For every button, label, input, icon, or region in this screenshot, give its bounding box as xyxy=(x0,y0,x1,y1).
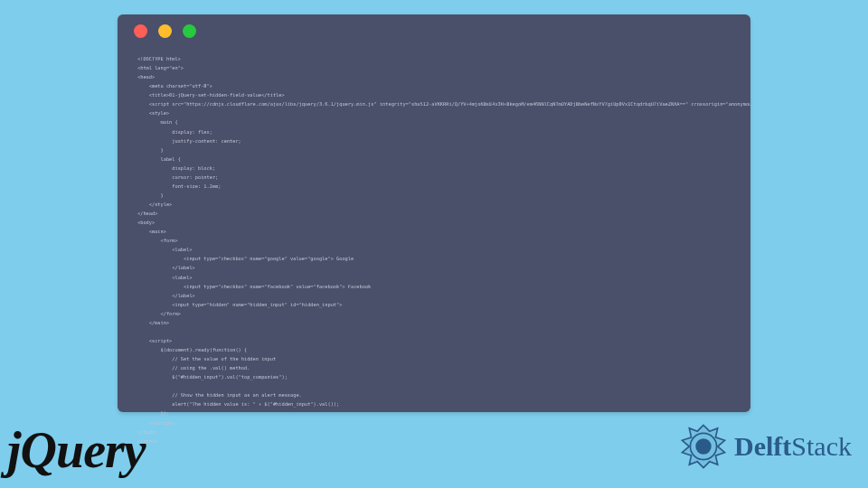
maximize-icon xyxy=(183,24,196,38)
delftstack-logo: DelftStack xyxy=(678,421,852,472)
delft-rest: Stack xyxy=(791,431,852,461)
window-titlebar xyxy=(118,14,750,47)
delftstack-text: DelftStack xyxy=(734,431,852,462)
delftstack-icon xyxy=(678,421,729,472)
delft-bold: Delft xyxy=(734,431,791,461)
code-content: <!DOCTYPE html> <html lang="en"> <head> … xyxy=(118,47,750,455)
code-window: <!DOCTYPE html> <html lang="en"> <head> … xyxy=(118,14,750,412)
close-icon xyxy=(134,24,147,38)
jquery-logo: jQuery xyxy=(7,421,146,479)
minimize-icon xyxy=(158,24,172,38)
